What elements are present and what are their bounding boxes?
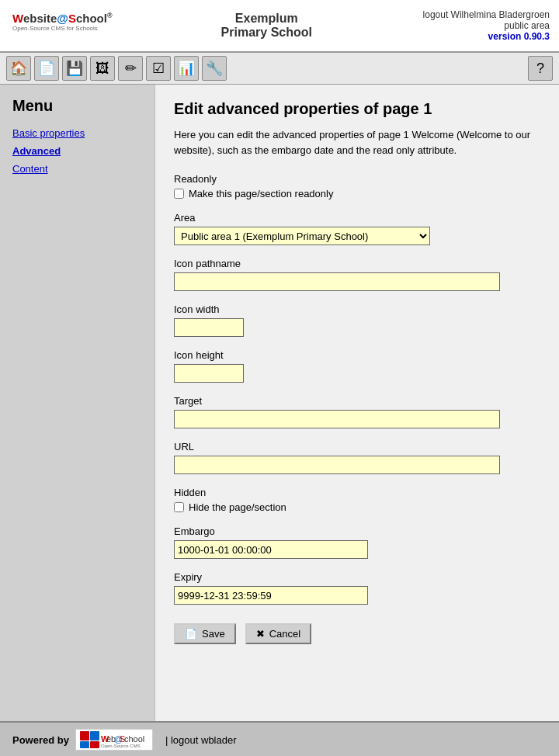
target-section: Target bbox=[174, 395, 540, 428]
page-icon[interactable]: 📄 bbox=[34, 56, 59, 81]
edit-icon[interactable]: ✏ bbox=[118, 56, 143, 81]
readonly-section: Readonly Make this page/section readonly bbox=[174, 173, 540, 199]
user-info: logout Wilhelmina Bladergroen public are… bbox=[423, 9, 550, 42]
url-input[interactable] bbox=[174, 456, 500, 474]
cancel-icon: ✖ bbox=[256, 628, 265, 640]
icon-pathname-input[interactable] bbox=[174, 272, 500, 291]
tool-icon[interactable]: 🔧 bbox=[202, 56, 227, 81]
readonly-checkbox-label[interactable]: Make this page/section readonly bbox=[189, 188, 333, 199]
hidden-checkbox[interactable] bbox=[174, 502, 184, 512]
icon-height-label: Icon height bbox=[174, 349, 540, 361]
save-icon: 📄 bbox=[185, 628, 197, 640]
image-icon[interactable]: 🖼 bbox=[90, 56, 115, 81]
cancel-button[interactable]: ✖ Cancel bbox=[245, 623, 311, 644]
school-name: Exemplum Primary School bbox=[110, 12, 423, 40]
url-section: URL bbox=[174, 441, 540, 474]
sidebar-title: Menu bbox=[12, 97, 142, 115]
sidebar: Menu Basic properties Advanced Content bbox=[0, 85, 155, 721]
icon-width-input[interactable] bbox=[174, 318, 244, 337]
button-row: 📄 Save ✖ Cancel bbox=[174, 623, 540, 644]
page-description: Here you can edit the advanced propertie… bbox=[174, 127, 540, 158]
icon-width-label: Icon width bbox=[174, 303, 540, 315]
hidden-section: Hidden Hide the page/section bbox=[174, 487, 540, 513]
embargo-section: Embargo bbox=[174, 525, 540, 559]
save-button[interactable]: 📄 Save bbox=[174, 623, 236, 644]
sidebar-item-basic-properties[interactable]: Basic properties bbox=[12, 127, 142, 139]
content-area: Edit advanced properties of page 1 Here … bbox=[155, 85, 559, 721]
icon-pathname-label: Icon pathname bbox=[174, 258, 540, 269]
hidden-checkbox-label[interactable]: Hide the page/section bbox=[189, 501, 286, 513]
chart-icon[interactable]: 📊 bbox=[174, 56, 199, 81]
area-select[interactable]: Public area 1 (Exemplum Primary School) bbox=[174, 227, 430, 245]
footer-logo: W eb @ S chool Open-Source CMS bbox=[75, 729, 153, 751]
home-icon[interactable]: 🏠 bbox=[6, 56, 31, 81]
readonly-checkbox[interactable] bbox=[174, 189, 184, 199]
expiry-input[interactable] bbox=[174, 586, 368, 605]
icon-width-section: Icon width bbox=[174, 303, 540, 337]
icon-height-input[interactable] bbox=[174, 364, 244, 383]
hidden-label: Hidden bbox=[174, 487, 540, 498]
svg-rect-11 bbox=[90, 741, 99, 748]
footer-logout[interactable]: | logout wblader bbox=[165, 734, 237, 746]
svg-text:Open-Source CMS: Open-Source CMS bbox=[101, 744, 141, 748]
embargo-label: Embargo bbox=[174, 525, 540, 537]
save-icon[interactable]: 💾 bbox=[62, 56, 87, 81]
url-label: URL bbox=[174, 441, 540, 453]
check-icon[interactable]: ☑ bbox=[146, 56, 171, 81]
readonly-checkbox-row: Make this page/section readonly bbox=[174, 188, 540, 199]
embargo-input[interactable] bbox=[174, 540, 368, 559]
header: Website@School® Open-Source CMS for Scho… bbox=[0, 0, 559, 53]
help-icon[interactable]: ? bbox=[528, 56, 553, 81]
page-title: Edit advanced properties of page 1 bbox=[174, 100, 540, 118]
target-label: Target bbox=[174, 395, 540, 407]
logo: Website@School® Open-Source CMS for Scho… bbox=[9, 6, 110, 45]
svg-rect-8 bbox=[80, 731, 89, 740]
icon-pathname-section: Icon pathname bbox=[174, 258, 540, 291]
icon-height-section: Icon height bbox=[174, 349, 540, 383]
hidden-checkbox-row: Hide the page/section bbox=[174, 501, 540, 513]
svg-text:chool: chool bbox=[124, 734, 144, 744]
readonly-label: Readonly bbox=[174, 173, 540, 185]
main-layout: Menu Basic properties Advanced Content E… bbox=[0, 85, 559, 721]
target-input[interactable] bbox=[174, 410, 500, 428]
area-section: Area Public area 1 (Exemplum Primary Sch… bbox=[174, 212, 540, 245]
footer-logo-img: W eb @ S chool Open-Source CMS bbox=[79, 730, 149, 749]
powered-by-label: Powered by bbox=[12, 734, 69, 746]
svg-rect-10 bbox=[80, 741, 89, 748]
sidebar-item-content[interactable]: Content bbox=[12, 163, 142, 175]
area-label: Area bbox=[174, 212, 540, 224]
svg-rect-9 bbox=[90, 731, 99, 740]
expiry-section: Expiry bbox=[174, 571, 540, 605]
footer: Powered by W eb @ S chool Open-Source CM… bbox=[0, 721, 559, 756]
expiry-label: Expiry bbox=[174, 571, 540, 583]
toolbar: 🏠 📄 💾 🖼 ✏ ☑ 📊 🔧 ? bbox=[0, 53, 559, 85]
sidebar-item-advanced[interactable]: Advanced bbox=[12, 145, 142, 157]
